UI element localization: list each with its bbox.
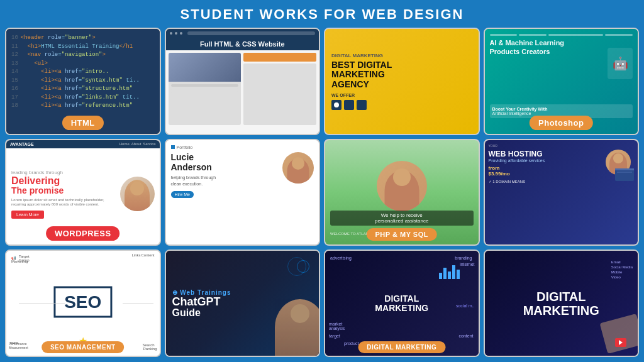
cell-html-content: 10<header role="banner"> 11 <h1>HTML Ess… xyxy=(6,29,160,134)
cell-ai: AI & Machine LearningProducts Creators 🤖… xyxy=(484,28,640,135)
php-badge: PHP & MY SQL xyxy=(367,228,437,241)
dma-headline: BEST DIGITALMARKETINGAGENCY xyxy=(331,60,472,89)
cell-website-content: Full HTML & CSS Website xyxy=(166,29,319,134)
dm-blue-title: DIGITALMARKETING xyxy=(523,290,599,317)
cell-ai-content: AI & Machine LearningProducts Creators 🤖… xyxy=(485,29,638,134)
cell-wordpress-content: AVANTAGE Home About Service leading bran… xyxy=(6,140,160,245)
cell-lucie: Portfolio LucieAnderson helping brands t… xyxy=(165,139,321,246)
lucie-name: LucieAnderson xyxy=(171,152,279,173)
cell-hosting-content: YOUR WEB HOSTING Providing affordable se… xyxy=(485,140,638,245)
cell-lucie-content: Portfolio LucieAnderson helping brands t… xyxy=(166,140,319,245)
page-title: STUDENT WORKS FOR WEB DESIGN xyxy=(0,0,644,28)
cell-chatgpt-content: ⊕ Web Trainings ChatGPT Guide xyxy=(166,251,319,356)
grid-container: 10<header role="banner"> 11 <h1>HTML Ess… xyxy=(0,28,644,362)
seo-badge: SEO MANAGEMENT xyxy=(42,341,125,353)
photoshop-badge: Photoshop xyxy=(530,116,592,130)
cell-chatgpt: ⊕ Web Trainings ChatGPT Guide xyxy=(165,250,321,357)
page-wrapper: STUDENT WORKS FOR WEB DESIGN 10<header r… xyxy=(0,0,644,362)
cell-dm-dark-content: advertising branding internet target soc… xyxy=(325,251,479,356)
cell-seo: 📢 TargetGroup Links Content Marketing ww… xyxy=(5,250,161,357)
website-title: Full HTML & CSS Website xyxy=(169,40,317,48)
html-badge: HTML xyxy=(62,116,104,130)
dm-badge: DIGITAL MARKETING xyxy=(358,341,445,353)
cell-dm-blue-content: DIGITALMARKETING Email Social Media Mobi… xyxy=(485,251,638,356)
cell-html: 10<header role="banner"> 11 <h1>HTML Ess… xyxy=(5,28,161,135)
cell-dm-dark: advertising branding internet target soc… xyxy=(324,250,480,357)
cell-dma-content: DIGITAL MARKETING BEST DIGITALMARKETINGA… xyxy=(325,29,479,134)
wordpress-badge: WORDPRESS xyxy=(46,226,120,241)
cell-website: Full HTML & CSS Website xyxy=(165,28,321,135)
chatgpt-subtitle: Guide xyxy=(172,307,231,318)
seo-text: SEO xyxy=(64,292,101,312)
cell-atlantica: We help to receivepersonalized assistanc… xyxy=(324,139,480,246)
cell-hosting: YOUR WEB HOSTING Providing affordable se… xyxy=(484,139,640,246)
cell-wordpress: AVANTAGE Home About Service leading bran… xyxy=(5,139,161,246)
cell-seo-content: 📢 TargetGroup Links Content Marketing ww… xyxy=(6,251,160,356)
chatgpt-title: ChatGPT xyxy=(172,295,231,307)
cell-atlantica-content: We help to receivepersonalized assistanc… xyxy=(325,140,479,245)
cell-dma: DIGITAL MARKETING BEST DIGITALMARKETINGA… xyxy=(324,28,480,135)
cell-dm-blue: DIGITALMARKETING Email Social Media Mobi… xyxy=(484,250,640,357)
